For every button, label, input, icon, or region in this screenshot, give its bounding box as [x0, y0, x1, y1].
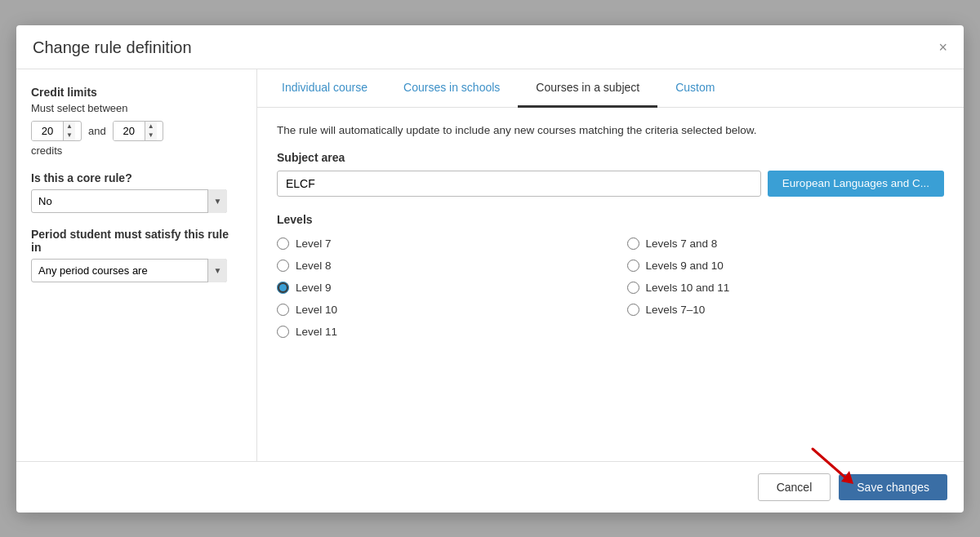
levels-1011-item[interactable]: Levels 10 and 11	[627, 282, 945, 294]
level-11-item[interactable]: Level 11	[277, 326, 595, 338]
levels-710-item[interactable]: Levels 7–10	[627, 304, 945, 316]
level-9-item[interactable]: Level 9	[277, 282, 595, 294]
modal-header: Change rule definition ×	[16, 25, 964, 69]
close-button[interactable]: ×	[938, 40, 947, 55]
period-section: Period student must satisfy this rule in…	[31, 228, 242, 282]
credits-label: credits	[31, 144, 242, 157]
level-10-radio[interactable]	[277, 304, 289, 316]
content-panel: Individual course Courses in schools Cou…	[257, 69, 964, 461]
period-select[interactable]: Any period courses are	[31, 259, 227, 282]
core-rule-select-wrapper[interactable]: No Yes ▼	[31, 189, 227, 213]
credit-max-spinner[interactable]: ▲ ▼	[113, 121, 163, 141]
levels-78-radio[interactable]	[627, 237, 639, 250]
tab-individual[interactable]: Individual course	[264, 69, 385, 108]
level-7-label: Level 7	[296, 237, 332, 250]
modal-footer: Cancel Save changes	[16, 461, 964, 513]
levels-710-radio[interactable]	[627, 304, 639, 316]
credit-min-arrows[interactable]: ▲ ▼	[63, 122, 75, 140]
credit-max-arrows[interactable]: ▲ ▼	[145, 122, 157, 140]
levels-910-item[interactable]: Levels 9 and 10	[627, 260, 945, 272]
tabs: Individual course Courses in schools Cou…	[257, 69, 964, 108]
level-8-radio[interactable]	[277, 260, 289, 272]
core-rule-select[interactable]: No Yes	[31, 189, 227, 213]
content-area: The rule will automatically update to in…	[257, 108, 964, 461]
modal-body: Credit limits Must select between ▲ ▼ an…	[16, 69, 964, 461]
levels-910-radio[interactable]	[627, 260, 639, 272]
modal-overlay: Change rule definition × Credit limits M…	[0, 0, 980, 537]
level-11-label: Level 11	[296, 326, 337, 338]
save-button[interactable]: Save changes	[839, 474, 947, 500]
level-8-item[interactable]: Level 8	[277, 260, 595, 272]
level-8-label: Level 8	[296, 260, 332, 272]
period-select-wrapper[interactable]: Any period courses are ▼	[31, 259, 227, 282]
and-label: and	[88, 125, 106, 137]
credit-inputs: ▲ ▼ and ▲ ▼	[31, 121, 242, 141]
levels-710-label: Levels 7–10	[646, 304, 706, 316]
tab-schools[interactable]: Courses in schools	[385, 69, 518, 108]
subject-row: European Languages and C...	[277, 171, 944, 197]
level-11-radio[interactable]	[277, 326, 289, 338]
level-9-label: Level 9	[296, 282, 332, 294]
modal-title: Change rule definition	[33, 38, 192, 57]
subject-area-label: Subject area	[277, 151, 944, 164]
level-9-radio[interactable]	[277, 282, 289, 294]
subject-input[interactable]	[277, 171, 761, 197]
modal: Change rule definition × Credit limits M…	[16, 25, 964, 513]
cancel-button[interactable]: Cancel	[758, 473, 831, 501]
rule-info-text: The rule will automatically update to in…	[277, 124, 944, 136]
subject-button[interactable]: European Languages and C...	[768, 171, 944, 197]
must-select-label: Must select between	[31, 102, 242, 114]
core-rule-title: Is this a core rule?	[31, 171, 242, 184]
levels-910-label: Levels 9 and 10	[646, 260, 724, 272]
credit-min-spinner[interactable]: ▲ ▼	[31, 121, 82, 141]
credit-max-down[interactable]: ▼	[145, 131, 157, 140]
credit-max-input[interactable]	[114, 122, 145, 140]
levels-label: Levels	[277, 213, 944, 226]
core-rule-section: Is this a core rule? No Yes ▼	[31, 171, 242, 213]
levels-78-label: Levels 7 and 8	[646, 237, 718, 250]
period-title: Period student must satisfy this rule in	[31, 228, 242, 254]
levels-grid: Level 7 Level 8 Level 9 Level 10	[277, 237, 944, 338]
levels-col-right: Levels 7 and 8 Levels 9 and 10 Levels 10…	[627, 237, 945, 338]
credit-limits-title: Credit limits	[31, 86, 242, 99]
level-10-item[interactable]: Level 10	[277, 304, 595, 316]
levels-1011-radio[interactable]	[627, 282, 639, 294]
levels-78-item[interactable]: Levels 7 and 8	[627, 237, 945, 250]
credit-min-input[interactable]	[32, 122, 63, 140]
tab-custom[interactable]: Custom	[657, 69, 733, 108]
level-7-item[interactable]: Level 7	[277, 237, 595, 250]
sidebar: Credit limits Must select between ▲ ▼ an…	[16, 69, 257, 461]
tab-subject[interactable]: Courses in a subject	[518, 69, 657, 108]
credit-min-up[interactable]: ▲	[64, 122, 75, 131]
level-7-radio[interactable]	[277, 237, 289, 250]
levels-1011-label: Levels 10 and 11	[646, 282, 730, 294]
credit-max-up[interactable]: ▲	[145, 122, 157, 131]
credit-min-down[interactable]: ▼	[64, 131, 75, 140]
level-10-label: Level 10	[296, 304, 337, 316]
levels-col-left: Level 7 Level 8 Level 9 Level 10	[277, 237, 595, 338]
